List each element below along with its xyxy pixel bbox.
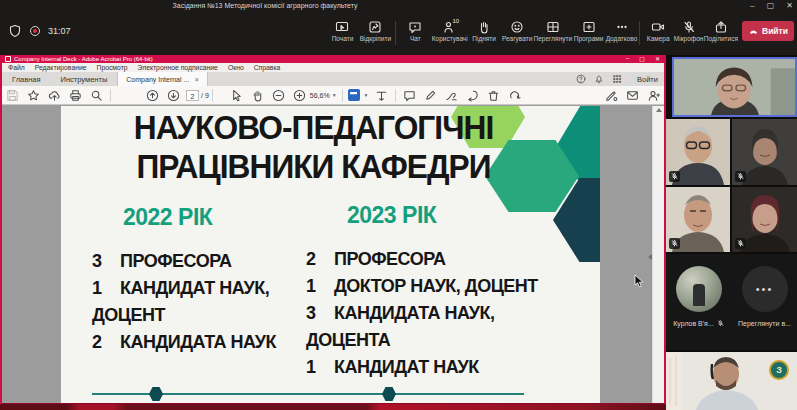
rotate-icon[interactable]: [508, 89, 521, 102]
help-icon[interactable]: [576, 74, 586, 84]
more-button[interactable]: Додатково: [605, 17, 638, 42]
page-total: / 9: [201, 92, 209, 99]
comment-icon[interactable]: [403, 89, 416, 102]
menu-view[interactable]: Просмотр: [97, 64, 128, 71]
apps-button[interactable]: Програми: [572, 17, 605, 42]
share-cloud-icon[interactable]: [48, 89, 61, 102]
tab-home[interactable]: Главная: [2, 75, 51, 84]
more-participants-icon[interactable]: •••: [742, 266, 788, 312]
scrolling-mode-icon[interactable]: [375, 89, 388, 102]
apps-plus-icon: [582, 20, 596, 34]
tab-document[interactable]: Company Internal ... ✕: [117, 72, 208, 86]
list-item: 1КАНДИДАТ НАУК: [306, 354, 556, 381]
participants-count-badge: 10: [452, 18, 459, 24]
trash-icon[interactable]: [487, 89, 500, 102]
sign-in-button[interactable]: Войти: [637, 75, 658, 84]
meeting-timer: 31:07: [48, 26, 71, 36]
page-number-input[interactable]: 2: [186, 90, 199, 101]
fill-sign-icon[interactable]: [445, 89, 458, 102]
taskbar-strip: [0, 404, 666, 410]
leave-button[interactable]: Вийти: [742, 21, 794, 41]
acrobat-window: Company Internal Deck - Adobe Acrobat Pr…: [0, 55, 666, 405]
app-grid-icon[interactable]: [612, 74, 622, 84]
react-button[interactable]: Реагувати: [501, 17, 534, 42]
zoom-out-icon[interactable]: [272, 89, 285, 102]
display-dropdown-caret[interactable]: ▼: [364, 92, 369, 98]
meeting-toolbar: 31:07 Почати Відкріпити Чат 10 Користува…: [0, 14, 797, 55]
camera-button[interactable]: Камера: [643, 17, 673, 42]
start-presenting-button[interactable]: Почати: [326, 17, 359, 42]
grid-view-icon: [546, 20, 560, 34]
vertical-scrollbar[interactable]: [652, 106, 664, 403]
chat-button[interactable]: Чат: [399, 17, 432, 42]
search-icon[interactable]: [90, 89, 103, 102]
camera-icon: [651, 20, 665, 34]
toolbar-separator: [639, 21, 640, 45]
video-tile[interactable]: З: [666, 352, 797, 410]
recording-icon: [30, 26, 40, 36]
list-item: 1КАНДИДАТ НАУК,: [92, 275, 307, 302]
acrobat-maximize-button[interactable]: ▢: [639, 55, 645, 62]
unpin-icon: [368, 20, 382, 34]
acrobat-minimize-button[interactable]: –: [626, 55, 629, 62]
meeting-title: Засідання №13 Методичної комісії аграрно…: [130, 2, 400, 9]
mic-muted-badge: [735, 171, 746, 182]
acrobat-menubar: Файл Редактирование Просмотр Электронное…: [2, 63, 664, 72]
menu-esign[interactable]: Электронное подписание: [138, 64, 218, 71]
page-display-icon[interactable]: [348, 89, 360, 101]
acrobat-close-button[interactable]: ✕: [655, 55, 660, 62]
next-page-icon[interactable]: [167, 89, 180, 102]
meeting-av-controls: Камера Мікрофон Поділитися Вийти: [636, 17, 794, 45]
video-tile[interactable]: [666, 187, 730, 252]
list-item: ДОЦЕНТА: [306, 327, 556, 354]
maximize-button[interactable]: ▢: [767, 1, 775, 10]
save-icon[interactable]: [6, 89, 19, 102]
tab-close-icon[interactable]: ✕: [194, 76, 199, 83]
request-signatures-icon[interactable]: [605, 89, 618, 102]
microphone-button[interactable]: Мікрофон: [673, 17, 703, 42]
previous-page-icon[interactable]: [146, 89, 159, 102]
unpin-button[interactable]: Відкріпити: [359, 17, 392, 42]
hand-tool-icon[interactable]: [251, 89, 264, 102]
video-tile[interactable]: [732, 187, 797, 252]
university-emblem: З: [769, 360, 789, 380]
print-icon[interactable]: [69, 89, 82, 102]
menu-edit[interactable]: Редактирование: [35, 64, 87, 71]
video-tile[interactable]: [666, 119, 730, 185]
share-screen-icon: [335, 20, 349, 34]
panel-collapse-arrow-icon[interactable]: [648, 254, 652, 260]
video-tile-active-speaker[interactable]: [672, 57, 797, 117]
envelope-icon[interactable]: [626, 89, 639, 102]
overflow-participants-tile[interactable]: ••• Переглянути в...: [732, 254, 797, 350]
star-icon[interactable]: [27, 89, 40, 102]
select-tool-icon[interactable]: [230, 89, 243, 102]
participants-button[interactable]: 10 Користувачі: [432, 17, 468, 42]
timeline-marker-2023: [382, 387, 396, 401]
zoom-level[interactable]: 56,6%: [310, 92, 330, 99]
share-button[interactable]: Поділитися: [704, 17, 738, 42]
zoom-dropdown-caret[interactable]: ▼: [332, 92, 337, 98]
meeting-titlebar: Засідання №13 Методичної комісії аграрно…: [0, 0, 797, 14]
acrobat-window-title: Company Internal Deck - Adobe Acrobat Pr…: [14, 56, 153, 62]
tab-tools[interactable]: Инструменты: [51, 75, 118, 84]
mic-muted-icon: [717, 320, 724, 327]
user-account-icon[interactable]: [647, 89, 660, 102]
shield-icon: [8, 24, 22, 38]
bell-icon[interactable]: [594, 74, 604, 84]
menu-help[interactable]: Справка: [254, 64, 281, 71]
close-button[interactable]: ✕: [786, 1, 793, 10]
video-tile[interactable]: [732, 119, 797, 185]
raise-hand-button[interactable]: Підняти: [468, 17, 501, 42]
overflow-label: Переглянути в...: [738, 320, 791, 327]
participant-avatar-tile[interactable]: Курлов В'я...: [666, 254, 731, 350]
minimize-button[interactable]: –: [750, 1, 754, 10]
view-button[interactable]: Переглянути: [534, 17, 573, 42]
zoom-in-icon[interactable]: [293, 89, 306, 102]
send-icon[interactable]: [466, 89, 479, 102]
list-item: 2КАНДИДАТА НАУК: [92, 329, 307, 356]
menu-file[interactable]: Файл: [8, 64, 25, 71]
pencil-icon[interactable]: [424, 89, 437, 102]
menu-window[interactable]: Окно: [228, 64, 244, 71]
share-up-icon: [714, 20, 728, 34]
scroll-up-arrow-icon[interactable]: [656, 108, 662, 112]
